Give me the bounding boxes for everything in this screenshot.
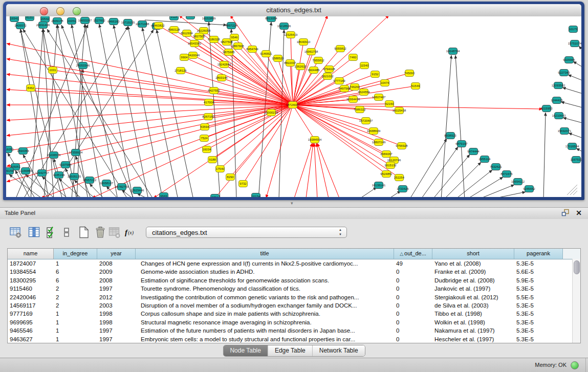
cell-in_degree[interactable]: 2 [54,285,97,293]
cell-in_degree[interactable]: 1 [54,318,97,326]
cell-out_degree[interactable]: 0 [394,318,432,326]
column-header-short[interactable]: short [432,249,514,259]
cell-pagerank[interactable]: 5.9E-5 [514,276,563,285]
cell-year[interactable]: 2008 [97,259,136,268]
table-select-dropdown[interactable]: citations_edges.txt ▲▼ [146,227,347,238]
split-pane-handle[interactable]: ▾ [291,201,293,206]
float-panel-icon[interactable] [561,209,570,217]
cell-name[interactable]: 9777169 [8,310,54,318]
cell-name[interactable]: 9465546 [8,326,54,335]
cell-name[interactable]: 9699695 [8,318,54,326]
cell-pagerank[interactable]: 5.3E-5 [514,310,563,318]
cell-short[interactable]: Tibbo et al. (1998) [432,310,514,318]
table-row[interactable]: 1830029562008Estimation of significance … [8,276,580,285]
cell-title[interactable]: Disruption of a novel member of a sodium… [136,301,394,310]
cell-name[interactable]: 14569117 [8,301,54,310]
cell-short[interactable]: Franke et al. (2009) [432,268,514,276]
cell-out_degree[interactable]: 0 [394,301,432,310]
network-canvas[interactable]: 1934181312054214055722069140626091781935… [6,16,581,197]
cell-short[interactable]: Hescheler et al. (1997) [432,335,514,343]
cell-name[interactable]: 18724007 [8,259,54,268]
cell-name[interactable]: 9463627 [8,335,54,343]
cell-in_degree[interactable]: 6 [54,276,97,285]
table-row[interactable]: 1456911722003Disruption of a novel membe… [8,301,580,310]
cell-short[interactable]: Wolkin et al. (1998) [432,318,514,326]
cell-name[interactable]: 18300295 [8,276,54,285]
cell-title[interactable]: Genome-wide association studies in ADHD. [136,268,394,276]
cell-pagerank[interactable]: 5.3E-5 [514,301,563,310]
cell-in_degree[interactable]: 1 [54,335,97,343]
column-header-name[interactable]: name [8,249,54,259]
cell-year[interactable]: 1997 [97,326,136,335]
table-row[interactable]: 1938455462009Genome-wide association stu… [8,268,580,276]
cell-out_degree[interactable]: 0 [394,326,432,335]
cell-year[interactable]: 1997 [97,335,136,343]
cell-in_degree[interactable]: 1 [54,326,97,335]
new-table-icon[interactable] [78,226,90,238]
cell-pagerank[interactable]: 5.3E-5 [514,335,563,343]
cell-year[interactable]: 2009 [97,268,136,276]
cell-out_degree[interactable]: 0 [394,310,432,318]
cell-title[interactable]: Estimation of significance thresholds fo… [136,276,394,285]
cell-year[interactable]: 1998 [97,318,136,326]
cell-short[interactable]: de Silva et al. (2003) [432,301,514,310]
cell-year[interactable]: 2012 [97,293,136,301]
cell-in_degree[interactable]: 1 [54,310,97,318]
column-visibility-icon[interactable] [28,226,40,238]
table-row[interactable]: 969969511998Structural magnetic resonanc… [8,318,580,326]
cell-out_degree[interactable]: 0 [394,293,432,301]
delete-table-icon[interactable] [94,226,106,238]
cell-title[interactable]: Structural magnetic resonance image aver… [136,318,394,326]
rows-icon[interactable] [63,226,70,238]
cell-in_degree[interactable]: 2 [54,293,97,301]
table-settings-icon[interactable] [10,226,22,238]
cell-out_degree[interactable]: 0 [394,268,432,276]
cell-title[interactable]: Estimation of the future numbers of pati… [136,326,394,335]
row-select-icon[interactable] [46,226,56,238]
table-row[interactable]: 911546021997Tourette syndrome. Phenomeno… [8,285,580,293]
function-builder-icon[interactable]: f (x) [124,226,138,238]
tab-node-table[interactable]: Node Table [223,345,268,356]
cell-in_degree[interactable]: 2 [54,301,97,310]
cell-out_degree[interactable]: 0 [394,335,432,343]
table-row[interactable]: 977716911998Corpus callosum shape and si… [8,310,580,318]
table-row[interactable]: 1872400712008Changes of HCN gene express… [8,259,580,268]
cell-out_degree[interactable]: 0 [394,285,432,293]
cell-pagerank[interactable]: 5.3E-5 [514,326,563,335]
cell-pagerank[interactable]: 5.5E-5 [514,293,563,301]
column-header-in_degree[interactable]: in_degree [54,249,97,259]
cell-name[interactable]: 9115460 [8,285,54,293]
cell-year[interactable]: 2008 [97,276,136,285]
table-row[interactable]: 946554611997Estimation of the future num… [8,326,580,335]
table-scrollbar[interactable] [572,259,580,343]
memory-status-indicator[interactable] [571,361,579,369]
cell-short[interactable]: Nakamura et al. (1997) [432,326,514,335]
canvas-resize-grip[interactable] [567,185,577,195]
cell-title[interactable]: Tourette syndrome. Phenomenology and cla… [136,285,394,293]
cell-name[interactable]: 19384554 [8,268,54,276]
close-panel-icon[interactable]: ✕ [576,209,582,217]
cell-pagerank[interactable]: 5.3E-5 [514,285,563,293]
cell-year[interactable]: 1997 [97,285,136,293]
cell-title[interactable]: Corpus callosum shape and size in male p… [136,310,394,318]
column-header-title[interactable]: title [136,249,394,259]
cell-title[interactable]: Changes of HCN gene expression and I(f) … [136,259,394,268]
column-header-year[interactable]: year [97,249,136,259]
cell-short[interactable]: Jankovic et al. (1997) [432,285,514,293]
column-header-pagerank[interactable]: pagerank [514,249,563,259]
cell-year[interactable]: 2003 [97,301,136,310]
tab-edge-table[interactable]: Edge Table [268,345,313,356]
cell-out_degree[interactable]: 0 [394,276,432,285]
cell-short[interactable]: Dudbridge et al. (2008) [432,276,514,285]
cell-name[interactable]: 22420046 [8,293,54,301]
cell-title[interactable]: Investigating the contribution of common… [136,293,394,301]
column-header-out_degree[interactable]: △out_de... [394,249,432,259]
cell-out_degree[interactable]: 49 [394,259,432,268]
cell-pagerank[interactable]: 5.3E-5 [514,259,563,268]
table-scrollbar-thumb[interactable] [574,260,580,274]
table-row[interactable]: 2242004622012Investigating the contribut… [8,293,580,301]
tab-network-table[interactable]: Network Table [313,345,365,356]
cell-pagerank[interactable]: 5.6E-5 [514,268,563,276]
table-row[interactable]: 946362711997Embryonic stem cells: a mode… [8,335,580,343]
cell-in_degree[interactable]: 1 [54,259,97,268]
